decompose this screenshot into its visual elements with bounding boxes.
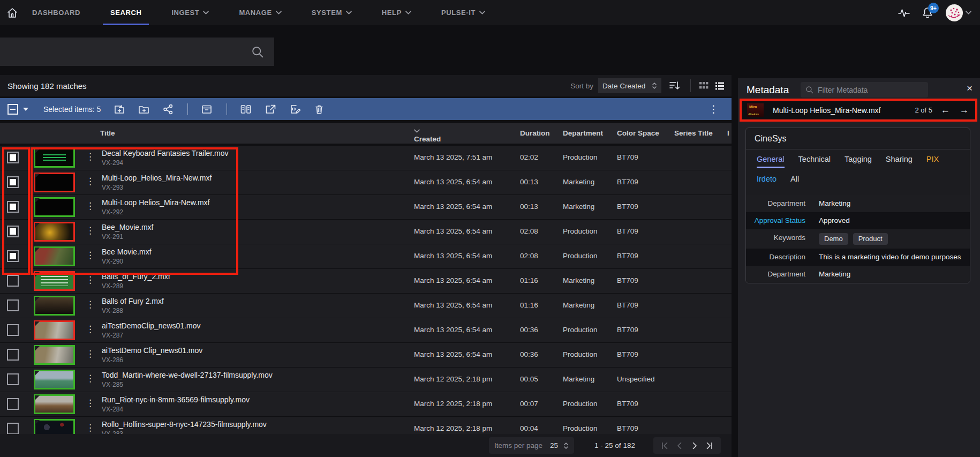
row-checkbox[interactable] — [7, 201, 19, 213]
keyword-chip[interactable]: Demo — [819, 233, 848, 245]
tab-sharing[interactable]: Sharing — [886, 155, 913, 168]
asset-thumbnail[interactable] — [34, 173, 75, 192]
compare-button[interactable] — [240, 104, 252, 115]
column-color-space[interactable]: Color Space — [617, 129, 659, 137]
sort-select[interactable]: Date Created — [598, 78, 661, 93]
field-label[interactable]: Approval Status — [750, 216, 805, 226]
select-menu-caret[interactable] — [23, 108, 28, 111]
nav-item-help[interactable]: HELP — [374, 0, 419, 25]
asset-thumbnail[interactable] — [34, 394, 75, 414]
asset-thumbnail[interactable] — [34, 222, 75, 242]
nav-item-system[interactable]: SYSTEM — [304, 0, 359, 25]
row-checkbox[interactable] — [7, 226, 19, 237]
share-button[interactable] — [163, 104, 174, 115]
asset-thumbnail[interactable] — [34, 148, 75, 168]
row-checkbox[interactable] — [7, 373, 19, 385]
keyword-chip[interactable]: Product — [853, 233, 888, 245]
list-view-button[interactable] — [714, 80, 725, 91]
asset-thumbnail[interactable] — [34, 345, 75, 365]
row-checkbox[interactable] — [7, 324, 19, 336]
row-checkbox[interactable] — [7, 250, 19, 262]
previous-page-button[interactable] — [675, 441, 684, 451]
tab-technical[interactable]: Technical — [798, 155, 831, 168]
table-row[interactable]: ⋮ Balls of Fury 2.mxf VX-288 March 13 20… — [0, 294, 732, 318]
table-row[interactable]: ⋮ Todd_Martin-where-we-dwell-27137-films… — [0, 368, 732, 392]
row-menu-icon[interactable]: ⋮ — [86, 399, 95, 409]
export-button[interactable] — [265, 104, 276, 115]
table-row[interactable]: ⋮ Rollo_Hollins-super-8-nyc-147235-films… — [0, 417, 732, 434]
toolbar-more-menu[interactable]: ⋮ — [708, 104, 719, 114]
asset-thumbnail[interactable] — [34, 296, 75, 316]
row-checkbox[interactable] — [7, 423, 19, 434]
last-page-button[interactable] — [705, 441, 714, 451]
table-row[interactable]: ⋮ Multi-Loop_Helios_Mira-New.mxf VX-293 … — [0, 170, 732, 194]
row-menu-icon[interactable]: ⋮ — [86, 374, 95, 384]
table-row[interactable]: ⋮ aiTestDemoClip_news01.mov VX-287 March… — [0, 318, 732, 342]
add-to-collection-button[interactable] — [114, 104, 125, 115]
select-all-checkbox[interactable] — [7, 104, 18, 115]
table-row[interactable]: ⋮ Bee_Movie.mxf VX-291 March 13 2025, 6:… — [0, 220, 732, 244]
asset-thumbnail[interactable] — [34, 419, 75, 434]
account-menu[interactable] — [945, 4, 971, 22]
row-checkbox[interactable] — [7, 152, 19, 163]
asset-thumbnail[interactable] — [34, 320, 75, 340]
nav-item-dashboard[interactable]: DASHBOARD — [25, 0, 88, 25]
sort-direction-button[interactable] — [669, 80, 681, 91]
table-row[interactable]: ⋮ Bee Movie.mxf VX-290 March 13 2025, 6:… — [0, 244, 732, 268]
column-series-title[interactable]: Series Title — [674, 129, 713, 137]
close-panel-button[interactable]: × — [967, 83, 973, 93]
tab-all[interactable]: All — [790, 175, 799, 186]
asset-thumbnail[interactable] — [34, 197, 75, 217]
row-checkbox[interactable] — [7, 275, 19, 287]
next-page-button[interactable] — [690, 441, 699, 451]
table-row[interactable]: ⋮ Balls_of_Fury_2.mxf VX-289 March 13 20… — [0, 269, 732, 293]
column-created[interactable]: Created — [414, 129, 420, 133]
next-asset-button[interactable]: → — [960, 106, 969, 115]
row-menu-icon[interactable]: ⋮ — [86, 423, 95, 433]
edit-metadata-button[interactable] — [289, 104, 301, 115]
archive-button[interactable] — [201, 104, 213, 115]
activity-button[interactable] — [898, 8, 910, 18]
search-input[interactable] — [0, 38, 274, 66]
row-menu-icon[interactable]: ⋮ — [86, 275, 95, 286]
table-row[interactable]: ⋮ Multi-Loop Helios_Mira-New.mxf VX-292 … — [0, 195, 732, 219]
column-department[interactable]: Department — [563, 129, 603, 137]
table-row[interactable]: ⋮ aiTestDemo Clip_news01.mov VX-286 Marc… — [0, 343, 732, 367]
row-menu-icon[interactable]: ⋮ — [86, 349, 95, 359]
column-duration[interactable]: Duration — [520, 129, 550, 137]
row-checkbox[interactable] — [7, 299, 19, 311]
nav-item-pulse-it[interactable]: PULSE-IT — [434, 0, 493, 25]
nav-item-ingest[interactable]: INGEST — [164, 0, 216, 25]
delete-button[interactable] — [314, 104, 325, 115]
nav-item-manage[interactable]: MANAGE — [231, 0, 289, 25]
first-page-button[interactable] — [660, 441, 669, 451]
asset-thumbnail[interactable] — [34, 370, 75, 389]
nav-item-search[interactable]: SEARCH — [103, 0, 149, 25]
table-row[interactable]: ⋮ Run_Riot-nyc-in-8mm-36569-filmsupply.m… — [0, 392, 732, 416]
column-title[interactable]: Title — [100, 129, 115, 137]
new-folder-button[interactable] — [138, 104, 150, 115]
tab-tagging[interactable]: Tagging — [845, 155, 872, 168]
row-checkbox[interactable] — [7, 176, 19, 188]
row-checkbox[interactable] — [7, 398, 19, 410]
previous-asset-button[interactable]: ← — [941, 106, 950, 115]
column-truncated[interactable]: I — [727, 129, 729, 137]
notifications-button[interactable]: 9+ — [922, 6, 933, 19]
row-menu-icon[interactable]: ⋮ — [86, 177, 95, 187]
row-menu-icon[interactable]: ⋮ — [86, 300, 95, 310]
asset-thumbnail[interactable] — [34, 271, 75, 291]
tab-pix[interactable]: PIX — [926, 155, 939, 168]
asset-thumbnail[interactable] — [34, 246, 75, 266]
table-row[interactable]: ⋮ Decal Keyboard Fantasies Trailer.mov V… — [0, 146, 732, 170]
row-menu-icon[interactable]: ⋮ — [86, 152, 95, 162]
row-menu-icon[interactable]: ⋮ — [86, 201, 95, 212]
tab-irdeto[interactable]: Irdeto — [757, 175, 777, 186]
row-menu-icon[interactable]: ⋮ — [86, 251, 95, 261]
row-menu-icon[interactable]: ⋮ — [86, 325, 95, 335]
tab-general[interactable]: General — [757, 155, 785, 168]
home-button[interactable] — [0, 0, 25, 25]
row-menu-icon[interactable]: ⋮ — [86, 226, 95, 236]
row-checkbox[interactable] — [7, 349, 19, 361]
grid-view-button[interactable] — [698, 80, 709, 91]
items-per-page-select[interactable]: 25 — [550, 441, 569, 449]
